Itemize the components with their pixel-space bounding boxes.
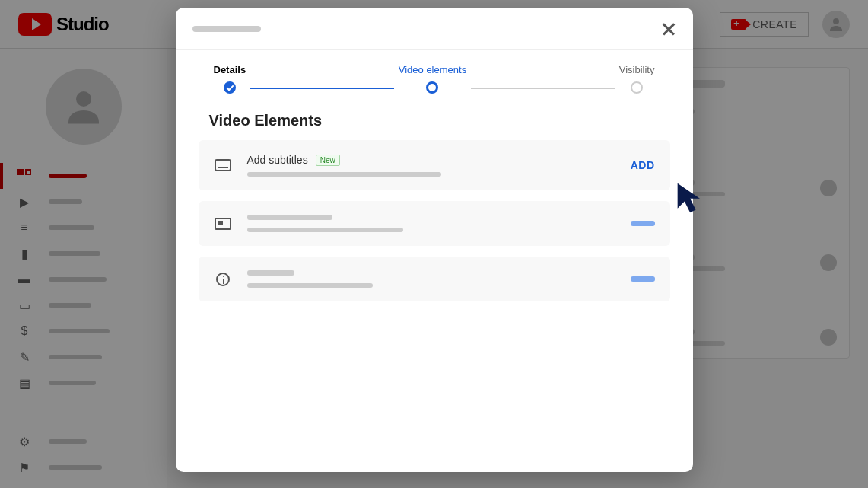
element-title: Add subtitles: [247, 154, 308, 166]
add-end-screen-button[interactable]: [631, 221, 655, 226]
element-card-cards: [199, 257, 670, 301]
add-cards-button[interactable]: [631, 276, 655, 282]
step-video-elements[interactable]: Video elements: [394, 64, 471, 94]
step-complete-icon: [224, 81, 236, 94]
close-icon[interactable]: [661, 21, 676, 37]
element-description-placeholder: [247, 228, 403, 232]
element-card-end-screen: [199, 201, 670, 246]
step-details[interactable]: Details: [209, 64, 251, 94]
upload-stepper: Details Video elements Visibility: [176, 50, 693, 101]
element-description-placeholder: [247, 283, 373, 288]
modal-header: [176, 8, 693, 50]
modal-title-placeholder: [192, 26, 261, 32]
element-title-placeholder: [247, 270, 294, 276]
info-icon: [214, 273, 232, 286]
step-visibility[interactable]: Visibility: [615, 64, 660, 94]
section-title: Video Elements: [176, 101, 693, 140]
step-current-icon: [426, 81, 438, 94]
element-title-placeholder: [247, 215, 332, 220]
end-screen-icon: [214, 217, 232, 231]
element-description-placeholder: [247, 172, 441, 177]
subtitles-icon: [214, 158, 232, 172]
element-card-subtitles: Add subtitles New ADD: [199, 140, 670, 190]
modal-overlay: Details Video elements Visibility Video …: [0, 0, 868, 488]
upload-flow-modal: Details Video elements Visibility Video …: [176, 8, 693, 472]
add-subtitles-button[interactable]: ADD: [631, 159, 655, 171]
step-pending-icon: [631, 81, 643, 94]
new-badge: New: [316, 155, 340, 166]
